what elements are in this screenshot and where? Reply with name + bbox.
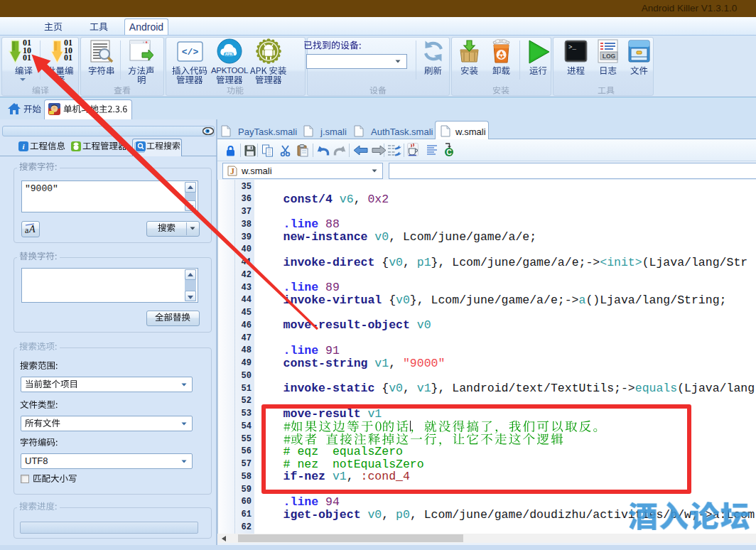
svg-text:>_: >_ [568,44,576,51]
svg-text:APK: APK [225,52,233,56]
svg-text:J: J [230,166,234,176]
svg-text:LOG: LOG [603,53,616,60]
svg-text:C: C [446,148,452,156]
svg-text:A: A [28,224,36,234]
svg-text:</>: </> [182,47,199,58]
